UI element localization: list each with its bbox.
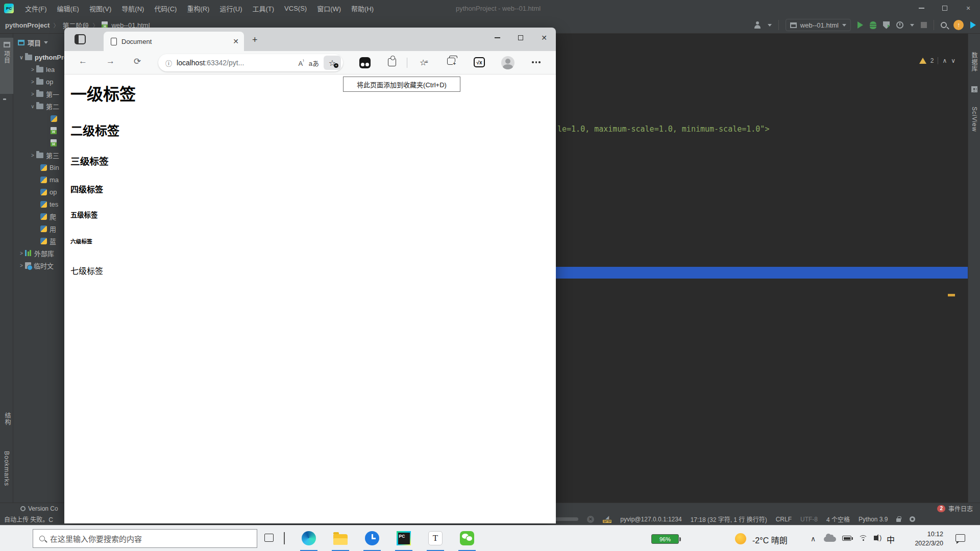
menu-vcs[interactable]: VCS(S): [279, 0, 312, 16]
tree-row-scratches[interactable]: >临时文: [14, 259, 64, 271]
menu-navigate[interactable]: 导航(N): [116, 0, 149, 16]
more-menu-icon[interactable]: [532, 61, 541, 63]
task-view-icon[interactable]: [264, 534, 274, 542]
debug-button[interactable]: [870, 21, 876, 29]
translate-icon[interactable]: aあ: [309, 58, 319, 68]
weather-sun-icon[interactable]: [735, 533, 746, 544]
tree-row[interactable]: tes: [14, 198, 64, 210]
cancel-progress-icon[interactable]: ✕: [587, 516, 594, 523]
caret-position[interactable]: 17:18 (32 字符, 1 行 换行符): [691, 515, 767, 523]
browser-tab[interactable]: Document ✕: [104, 32, 244, 51]
menu-help[interactable]: 帮助(H): [346, 0, 379, 16]
tool-tab-sciview[interactable]: SciView: [971, 107, 978, 132]
taskbar-typora-icon[interactable]: T: [427, 530, 444, 547]
tree-row-external-libraries[interactable]: >外部库: [14, 247, 64, 259]
read-aloud-icon[interactable]: A⁾: [298, 58, 304, 67]
tree-row[interactable]: Bin: [14, 161, 64, 173]
grid-icon[interactable]: [971, 86, 977, 92]
add-favorite-button[interactable]: ☆ +: [324, 56, 341, 70]
gear-icon[interactable]: [910, 516, 915, 522]
extensions-icon[interactable]: [388, 58, 396, 66]
run-button[interactable]: [857, 21, 863, 29]
ide-close-button[interactable]: ×: [957, 0, 980, 16]
menu-file[interactable]: 文件(F): [20, 0, 52, 16]
browser-close-button[interactable]: ✕: [532, 28, 556, 48]
menu-run[interactable]: 运行(U): [214, 0, 247, 16]
tree-row[interactable]: ∨第二: [14, 100, 64, 112]
volume-icon[interactable]: [874, 536, 877, 540]
taskbar-explorer-icon[interactable]: [332, 530, 349, 547]
browser-maximize-button[interactable]: [509, 28, 532, 48]
run-configuration-select[interactable]: web--01.html: [786, 19, 851, 31]
hidden-icons-chevron[interactable]: ∧: [811, 535, 816, 543]
tool-tab-project[interactable]: 项目: [0, 38, 13, 94]
tab-actions-icon[interactable]: [75, 34, 86, 44]
next-issue-icon[interactable]: ∨: [951, 57, 955, 64]
taskbar-pycharm-icon[interactable]: PC: [395, 530, 412, 547]
weather-text[interactable]: -2°C 晴朗: [752, 534, 788, 546]
menu-edit[interactable]: 编辑(E): [52, 0, 84, 16]
tree-row[interactable]: [14, 112, 64, 124]
project-panel-header[interactable]: 项目: [14, 34, 64, 51]
site-info-icon[interactable]: ⓘ: [165, 58, 172, 68]
sciview-run-icon[interactable]: [970, 21, 976, 29]
menu-view[interactable]: 视图(V): [84, 0, 116, 16]
forward-icon[interactable]: →: [106, 56, 115, 66]
interpreter[interactable]: Python 3.9: [859, 516, 888, 523]
back-icon[interactable]: ←: [79, 56, 87, 66]
tree-row[interactable]: >第一: [14, 88, 64, 100]
tree-row[interactable]: 用: [14, 222, 64, 235]
tab-close-icon[interactable]: ✕: [233, 37, 239, 45]
profile-avatar[interactable]: [501, 56, 514, 69]
profiler-button[interactable]: [896, 21, 903, 29]
taskbar-clock-app-icon[interactable]: [363, 530, 381, 547]
tree-row[interactable]: [14, 124, 64, 137]
onedrive-icon[interactable]: [824, 537, 836, 542]
search-everywhere-icon[interactable]: [941, 22, 947, 28]
refresh-icon[interactable]: ⟳: [134, 56, 141, 67]
taskbar-clock[interactable]: 10:12 2022/3/20: [902, 530, 943, 548]
tree-row[interactable]: op: [14, 186, 64, 198]
battery-icon[interactable]: [842, 536, 851, 541]
stop-button[interactable]: [921, 22, 927, 28]
remote-host[interactable]: pyvip@127.0.0.1:1234: [620, 516, 681, 523]
menu-tools[interactable]: 工具(T): [247, 0, 279, 16]
ime-indicator[interactable]: 中: [887, 533, 895, 545]
taskbar-search-input[interactable]: 在这里输入你要搜索的内容: [33, 529, 257, 548]
address-bar[interactable]: ⓘ localhost:63342/pyt... A⁾ aあ ☆ +: [158, 54, 343, 71]
prev-issue-icon[interactable]: ∧: [942, 57, 947, 64]
update-icon[interactable]: ↑: [953, 20, 964, 30]
tool-tab-bookmarks[interactable]: Bookmarks: [3, 451, 10, 486]
browser-minimize-button[interactable]: [485, 28, 509, 48]
wifi-icon[interactable]: [859, 535, 868, 542]
tree-row[interactable]: >lea: [14, 63, 64, 76]
tree-row[interactable]: >第三: [14, 149, 64, 161]
tree-row[interactable]: 爬: [14, 210, 64, 222]
taskbar-edge-icon[interactable]: [300, 530, 317, 547]
tree-row[interactable]: ∨pythonProject: [14, 51, 64, 63]
favorites-icon[interactable]: ☆≡: [420, 58, 428, 67]
tree-row[interactable]: >op: [14, 76, 64, 88]
tool-tab-version-control[interactable]: Version Co: [20, 503, 58, 514]
battery-percent-badge[interactable]: 96%: [651, 534, 679, 544]
coverage-button[interactable]: [883, 21, 890, 29]
tool-tab-structure[interactable]: 结构: [3, 412, 12, 425]
new-tab-button[interactable]: +: [252, 35, 258, 45]
math-solver-icon[interactable]: √x: [474, 57, 485, 67]
breadcrumb-project[interactable]: pythonProject: [5, 21, 50, 29]
ide-maximize-button[interactable]: [933, 0, 957, 16]
tool-tab-database[interactable]: 数据库: [970, 52, 978, 72]
tree-row[interactable]: 蓝: [14, 235, 64, 247]
collections-icon[interactable]: [447, 58, 455, 65]
line-ending[interactable]: CRLF: [776, 516, 792, 523]
indent-setting[interactable]: 4 个空格: [826, 515, 850, 523]
tree-row[interactable]: ma: [14, 173, 64, 186]
menu-code[interactable]: 代码(C): [149, 0, 182, 16]
ide-minimize-button[interactable]: [910, 0, 933, 16]
adblock-extension-icon[interactable]: [359, 57, 371, 68]
lock-icon[interactable]: [896, 518, 901, 522]
start-button[interactable]: [8, 533, 19, 544]
event-log-button[interactable]: 2 事件日志: [937, 503, 973, 514]
inspections-widget[interactable]: 2 ∧ ∨: [919, 57, 955, 64]
file-encoding[interactable]: UTF-8: [800, 516, 818, 523]
